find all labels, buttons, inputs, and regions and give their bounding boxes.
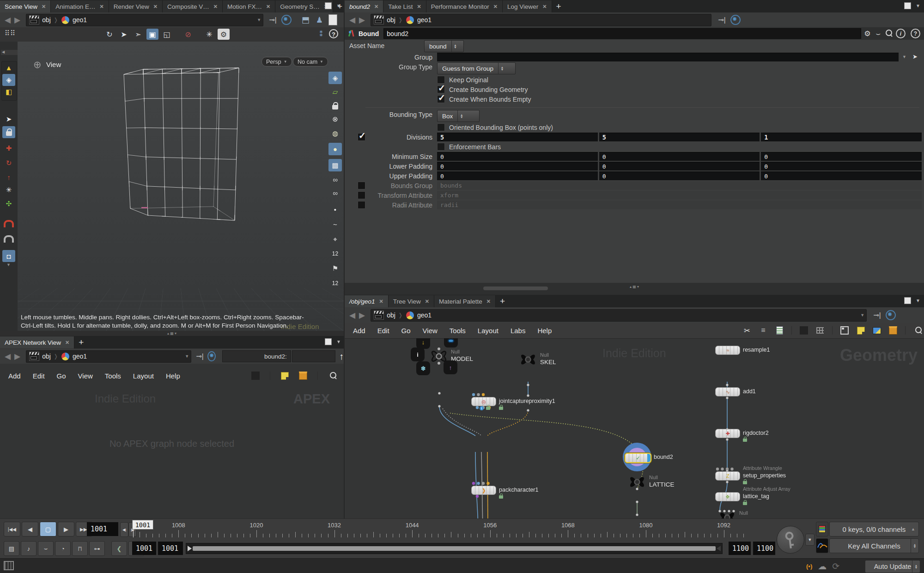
set-key-button[interactable] xyxy=(777,526,804,554)
node-shape-skel[interactable] xyxy=(517,351,539,368)
node-box-lattice_tag[interactable]: ❖ xyxy=(715,492,740,501)
playbar-menu-icon[interactable]: ▤ xyxy=(4,541,19,556)
apex-parm-field[interactable] xyxy=(292,350,335,362)
nav-forward-icon[interactable]: ▶ xyxy=(357,15,367,25)
menu-edit[interactable]: Edit xyxy=(377,327,389,335)
audio-options-icon[interactable]: ♪ xyxy=(21,541,36,556)
pane-maximize-icon[interactable] xyxy=(325,2,332,9)
current-frame-field[interactable]: 1001 xyxy=(87,522,118,536)
node-box-bound2[interactable]: ✓ xyxy=(625,453,651,463)
path-dropdown-icon[interactable]: ▼ xyxy=(860,313,864,317)
timeline-ruler[interactable]: 10081020103210441056106810801092 xyxy=(132,520,751,539)
gallery-icon[interactable] xyxy=(297,370,309,381)
follow-selection-icon[interactable] xyxy=(730,15,741,25)
animation-curves-icon[interactable] xyxy=(816,538,828,553)
move-tool-icon[interactable]: ✚ xyxy=(2,142,15,154)
pose-character-tool-icon[interactable]: ✳ xyxy=(2,184,15,196)
memory-brain-icon[interactable]: ☁ xyxy=(818,561,827,572)
close-tab-icon[interactable]: ✕ xyxy=(65,340,69,346)
pane-maximize-icon[interactable] xyxy=(904,297,911,304)
close-tab-icon[interactable]: ✕ xyxy=(493,4,498,10)
sticky-note-icon[interactable] xyxy=(279,370,291,381)
auto-update-dropdown[interactable]: Auto Update ▲▼ xyxy=(865,560,920,573)
normal-lighting-icon[interactable]: ● xyxy=(328,143,342,155)
toolbar-more-icon[interactable]: ▼ xyxy=(6,262,11,267)
toggle-param-row-divisions[interactable]: ✓ xyxy=(358,133,365,141)
stop-button[interactable]: ▢ xyxy=(40,522,56,536)
key-options-dropdown[interactable]: ▼ xyxy=(805,534,815,546)
pane-maximize-icon[interactable] xyxy=(325,338,332,345)
field-param-row-lower-padding-0[interactable]: 0 xyxy=(437,162,598,171)
flipbook-icon[interactable]: ✳ xyxy=(203,29,215,40)
pane-menu-icon[interactable]: ▼ xyxy=(336,339,341,344)
pin-pane-icon[interactable]: ⊸| xyxy=(196,352,203,360)
prev-key-icon[interactable]: ❮ xyxy=(111,541,127,556)
horizontal-splitter[interactable]: ▴ ▦ ▾ xyxy=(0,331,344,336)
select-tool-icon[interactable]: ➤ xyxy=(118,29,130,40)
nav-forward-icon[interactable]: ▶ xyxy=(357,311,367,320)
tab-animation-e-[interactable]: Animation E…✕ xyxy=(51,0,109,12)
scene-path-widget[interactable]: obj ❭ geo1 ▼ xyxy=(26,14,263,26)
tab-scene-view[interactable]: Scene View✕ xyxy=(0,0,51,12)
display-flag-on[interactable] xyxy=(647,454,650,462)
pin-pane-icon[interactable]: ⊸| xyxy=(269,16,276,24)
close-tab-icon[interactable]: ✕ xyxy=(213,4,218,10)
close-tab-icon[interactable]: ✕ xyxy=(417,4,421,10)
menu-layout[interactable]: Layout xyxy=(478,327,498,335)
pin-pane-icon[interactable]: ⊸| xyxy=(718,16,725,24)
path-node[interactable]: geo1 xyxy=(417,311,432,319)
construction-plane-icon[interactable]: ◈ xyxy=(328,72,342,84)
prim-numbers-icon[interactable]: 12 xyxy=(328,277,342,289)
menu-view[interactable]: View xyxy=(78,372,93,380)
viewport-help-icon[interactable]: ? xyxy=(329,29,338,38)
close-tab-icon[interactable]: ✕ xyxy=(374,4,378,10)
field-param-row-radii-attribute[interactable]: radii xyxy=(437,201,922,209)
spinner-icon[interactable]: ▲▼ xyxy=(451,41,459,52)
tab-bound2[interactable]: bound2✕ xyxy=(345,0,383,12)
node-box-setup_properties[interactable]: Z xyxy=(715,471,740,481)
show-points-icon[interactable]: • xyxy=(328,203,342,216)
field-param-row-divisions-1[interactable]: 5 xyxy=(599,133,760,141)
find-icon[interactable] xyxy=(326,370,338,381)
path-context[interactable]: obj xyxy=(42,353,51,360)
info-icon[interactable]: i xyxy=(896,29,906,38)
keys-summary-field[interactable]: 0 keys, 0/0 channels▲ xyxy=(829,522,919,536)
select-primitives-mode-icon[interactable]: ◧ xyxy=(2,86,15,98)
color-palette-icon[interactable] xyxy=(249,370,261,381)
path-context[interactable]: obj xyxy=(387,16,395,24)
cook-pan-icon[interactable]: ⌣ xyxy=(875,30,881,38)
select-arrow-tool-icon[interactable]: ➤ xyxy=(2,113,15,125)
path-context[interactable]: obj xyxy=(387,311,395,319)
playhead-frame-box[interactable]: 1001 xyxy=(132,520,153,530)
node-box-rigdoctor2[interactable]: ✚ xyxy=(715,429,740,438)
close-tab-icon[interactable]: ✕ xyxy=(542,4,547,10)
transform-axes-icon[interactable]: ✣ xyxy=(2,198,15,210)
character-grid-icon[interactable]: ♟ xyxy=(316,15,323,25)
spinner-icon[interactable]: ▲▼ xyxy=(457,110,465,122)
pin-pane-icon[interactable]: ⊸| xyxy=(873,311,881,319)
realtime-toggle-icon[interactable]: ◔ xyxy=(55,541,71,556)
apex-path-widget[interactable]: obj ❭ geo1 ▼ xyxy=(26,350,191,363)
tab-render-view[interactable]: Render View✕ xyxy=(109,0,163,12)
menu-layout[interactable]: Layout xyxy=(133,372,154,380)
range-slider-bar[interactable] xyxy=(193,546,716,551)
path-dropdown-icon[interactable]: ▼ xyxy=(257,18,261,22)
spinner-icon[interactable]: ▲▼ xyxy=(498,63,506,74)
field-param-row-lower-padding-2[interactable]: 0 xyxy=(761,162,922,171)
sticky-note-icon[interactable] xyxy=(855,325,867,336)
nav-back-icon[interactable]: ◀ xyxy=(347,15,357,25)
toggle-param-row-bounds-group[interactable] xyxy=(358,182,365,189)
select-param-row-group-type[interactable]: Guess from Group▲▼ xyxy=(437,62,516,74)
play-button[interactable]: ▶ xyxy=(58,522,74,536)
network-box-icon[interactable] xyxy=(839,325,851,336)
params-path-widget[interactable]: obj ❭ geo1 xyxy=(371,14,711,26)
menu-go[interactable]: Go xyxy=(57,372,66,380)
new-tab-icon[interactable]: + xyxy=(552,0,565,12)
field-param-row-minimum-size-2[interactable]: 0 xyxy=(761,152,922,161)
field-param-row-lower-padding-1[interactable]: 0 xyxy=(599,162,760,171)
path-node[interactable]: geo1 xyxy=(73,16,87,24)
new-tab-icon[interactable]: + xyxy=(74,336,88,348)
tab-performance-monitor[interactable]: Performance Monitor✕ xyxy=(426,0,503,12)
display-shaded-icon[interactable]: ∞ xyxy=(328,173,342,186)
tab-log-viewer[interactable]: Log Viewer✕ xyxy=(503,0,552,12)
